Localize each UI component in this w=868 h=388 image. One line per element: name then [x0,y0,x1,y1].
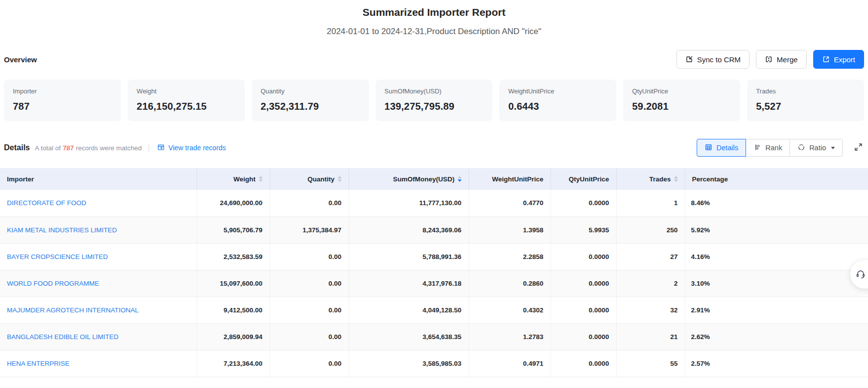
table-row: MAJUMDER AGROTECH INTERNATIONAL9,412,500… [0,297,868,323]
column-label: Percentage [692,175,728,183]
importer-link[interactable]: MAJUMDER AGROTECH INTERNATIONAL [7,306,139,314]
export-icon [822,55,830,63]
export-label: Export [834,55,855,64]
cell-quantity: 0.00 [270,243,349,270]
stat-label: Importer [13,87,112,95]
stat-label: Weight [137,87,236,95]
summarized-importer-report-page: Summarized Importer Report 2024-01-01 to… [0,0,868,388]
importer-link[interactable]: BANGLADESH EDIBLE OIL LIMITED [7,333,118,341]
matched-count: 787 [63,144,74,152]
table-row: WORLD FOOD PROGRAMME15,097,600.000.004,3… [0,270,868,297]
column-header-importer: Importer [0,168,197,190]
stat-card-3: SumOfMoney(USD)139,275,795.89 [376,80,493,121]
cell-qty_unit_price: 0.0000 [551,270,616,297]
cell-quantity: 0.00 [270,297,349,323]
merge-icon [765,55,773,63]
action-buttons: Sync to CRM Merge [676,50,864,69]
stat-label: QtyUnitPrice [632,87,731,95]
column-label: QtyUnitPrice [569,175,609,183]
cell-qty_unit_price: 0.0000 [551,243,616,270]
cell-trades: 2 [616,270,685,297]
stat-value: 59.2081 [632,101,731,112]
cell-importer: KIAM METAL INDUSTRIES LIMITED [0,216,197,243]
tab-ratio-label: Ratio [809,144,826,152]
table-row: BAYER CROPSCIENCE LIMITED2,532,583.590.0… [0,243,868,270]
tab-details-view[interactable]: Details [697,139,746,157]
importer-link[interactable]: HENA ENTERPRISE [7,360,70,367]
cell-trades: 55 [616,350,685,377]
report-header: Summarized Importer Report 2024-01-01 to… [0,0,868,37]
export-button[interactable]: Export [813,50,864,69]
stat-label: Quantity [261,87,360,95]
bar-rank-icon [753,143,761,153]
column-header-weight[interactable]: Weight [197,168,270,190]
chevron-down-icon [831,147,835,149]
column-header-trades[interactable]: Trades [616,168,685,190]
cell-quantity: 0.00 [270,350,349,377]
stat-value: 0.6443 [508,101,607,112]
cell-importer: DIRECTORATE OF FOOD [0,190,197,216]
ratio-circle-icon [797,143,805,153]
stat-card-4: WeightUnitPrice0.6443 [499,80,616,121]
cell-quantity: 0.00 [270,190,349,216]
column-label: Importer [7,175,34,183]
cell-percentage: 3.10% [685,270,868,297]
column-header-qty_unit_price: QtyUnitPrice [551,168,616,190]
stat-card-5: QtyUnitPrice59.2081 [623,80,740,121]
cell-weight: 9,412,500.00 [197,297,270,323]
cell-quantity: 0.00 [270,270,349,297]
window-arrow-icon [157,143,165,153]
merge-label: Merge [777,55,798,64]
column-header-weight_unit_price: WeightUnitPrice [469,168,551,190]
cell-importer: WORLD FOOD PROGRAMME [0,270,197,297]
vertical-divider [149,144,149,152]
tab-ratio-view[interactable]: Ratio [789,139,843,157]
cell-sum_of_money: 4,049,128.50 [349,297,469,323]
cell-percentage: 2.57% [685,350,868,377]
stat-value: 2,352,311.79 [261,101,360,112]
tab-details-label: Details [716,144,738,152]
column-label: Trades [649,175,671,183]
sync-to-crm-button[interactable]: Sync to CRM [676,50,750,69]
cell-sum_of_money: 3,654,638.35 [349,323,469,350]
cell-percentage: 2.62% [685,323,868,350]
cell-importer: BAYER CROPSCIENCE LIMITED [0,243,197,270]
cell-weight: 2,859,009.94 [197,323,270,350]
page-title: Summarized Importer Report [0,6,868,19]
table-grid-icon [705,143,712,153]
stat-label: Trades [756,87,855,95]
overview-stats-row: Importer787Weight216,150,275.15Quantity2… [0,80,868,121]
sync-to-crm-label: Sync to CRM [697,55,741,64]
column-header-sum_of_money[interactable]: SumOfMoney(USD) [349,168,469,190]
importer-link[interactable]: KIAM METAL INDUSTRIES LIMITED [7,226,117,234]
stat-card-1: Weight216,150,275.15 [128,80,245,121]
stat-label: WeightUnitPrice [508,87,607,95]
fullscreen-button[interactable] [853,141,864,154]
tab-rank-label: Rank [765,144,782,152]
cell-trades: 1 [616,190,685,216]
view-trade-records-link[interactable]: View trade records [157,143,226,153]
table-row: BANGLADESH EDIBLE OIL LIMITED2,859,009.9… [0,323,868,350]
cell-percentage: 8.46% [685,190,868,216]
view-toggle-group: Details Rank [697,139,843,157]
cell-weight_unit_price: 0.4971 [469,350,551,377]
stat-label: SumOfMoney(USD) [385,87,484,95]
importer-link[interactable]: DIRECTORATE OF FOOD [7,199,86,207]
cell-weight: 15,097,600.00 [197,270,270,297]
importer-link[interactable]: BAYER CROPSCIENCE LIMITED [7,253,108,260]
table-header: ImporterWeightQuantitySumOfMoney(USD)Wei… [0,168,868,190]
cell-importer: BANGLADESH EDIBLE OIL LIMITED [0,323,197,350]
stat-value: 216,150,275.15 [137,101,236,112]
tab-rank-view[interactable]: Rank [746,139,790,157]
merge-button[interactable]: Merge [756,50,807,69]
column-header-quantity[interactable]: Quantity [270,168,349,190]
cell-sum_of_money: 8,243,369.06 [349,216,469,243]
cell-sum_of_money: 11,777,130.00 [349,190,469,216]
importer-link[interactable]: WORLD FOOD PROGRAMME [7,280,99,287]
report-subtitle: 2024-01-01 to 2024-12-31,Product Descrip… [0,26,868,37]
column-label: Weight [234,175,256,183]
details-bar-right: Details Rank [697,139,864,157]
view-trade-records-label: View trade records [168,144,226,152]
column-label: WeightUnitPrice [492,175,543,183]
cell-percentage: 5.92% [685,216,868,243]
